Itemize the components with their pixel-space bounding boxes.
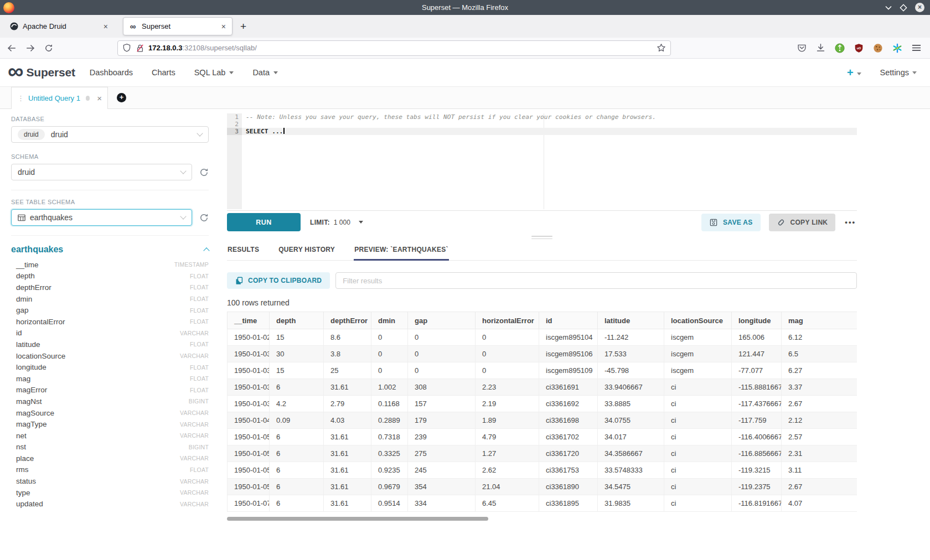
database-value: druid — [51, 130, 68, 139]
table-icon — [18, 214, 25, 221]
query-tab-strip: ⋮ Untitled Query 1 × + — [0, 87, 930, 109]
column-header[interactable]: horizontalError — [476, 312, 539, 329]
code-text: SELECT ... — [242, 128, 285, 135]
sql-toolbar: RUN LIMIT: 1 000 SAVE AS — [227, 210, 857, 234]
column-header[interactable]: depthError — [324, 312, 371, 329]
copy-link-label: COPY LINK — [790, 219, 828, 226]
insecure-lock-icon[interactable] — [136, 44, 144, 53]
table-schema-title[interactable]: earthquakes — [11, 245, 63, 255]
column-name: magNst — [16, 397, 42, 406]
window-maximize-icon[interactable] — [900, 4, 907, 12]
table-cell: ci — [664, 445, 732, 462]
table-cell: 2.79 — [324, 396, 371, 412]
column-type: VARCHAR — [180, 478, 209, 485]
refresh-schema-icon[interactable] — [199, 168, 209, 177]
new-dropdown-button[interactable]: + — [847, 66, 861, 79]
url-bar[interactable]: 172.18.0.3:32108/superset/sqllab/ — [117, 40, 671, 56]
column-header[interactable]: gap — [408, 312, 476, 329]
column-type: FLOAT — [190, 466, 209, 473]
tab-title: Apache Druid — [23, 22, 98, 30]
query-tab[interactable]: ⋮ Untitled Query 1 × — [11, 87, 108, 109]
reload-icon[interactable] — [44, 44, 53, 53]
column-header[interactable]: latitude — [598, 312, 664, 329]
table-cell: 1950-01-03T17:26:38.860Z — [228, 396, 270, 412]
new-tab-button[interactable]: + — [240, 20, 246, 33]
nav-item[interactable]: Data — [252, 68, 278, 77]
database-select[interactable]: druid druid — [11, 126, 209, 143]
ublock-icon[interactable]: uO — [854, 43, 864, 53]
editor-line[interactable]: 2 — [227, 121, 857, 128]
tab-close-icon[interactable]: × — [220, 22, 227, 31]
refresh-table-icon[interactable] — [199, 213, 209, 222]
add-query-tab-button[interactable]: + — [117, 93, 126, 102]
tab-close-icon[interactable]: × — [102, 22, 109, 31]
back-icon[interactable] — [7, 44, 17, 53]
window-close-icon[interactable]: × — [915, 3, 924, 12]
extension-asterisk-icon[interactable] — [892, 43, 902, 53]
query-tab-close-icon[interactable]: × — [97, 94, 102, 103]
superset-favicon: ∞ — [128, 22, 137, 31]
browser-tab-apache-druid[interactable]: Apache Druid × — [4, 17, 114, 35]
south-tab[interactable]: RESULTS — [227, 241, 260, 260]
nav-item[interactable]: SQL Lab — [194, 68, 234, 77]
column-type: VARCHAR — [180, 455, 209, 462]
nav-item[interactable]: Charts — [152, 68, 175, 77]
column-row: gap FLOAT — [11, 304, 209, 316]
cookie-icon[interactable] — [873, 43, 883, 53]
nav-item[interactable]: Dashboards — [90, 68, 133, 77]
column-header[interactable]: dmin — [371, 312, 408, 329]
collapse-chevron-icon[interactable] — [203, 247, 209, 253]
table-cell: iscgem895104 — [539, 329, 598, 346]
column-header[interactable]: longitude — [732, 312, 782, 329]
copy-to-clipboard-button[interactable]: COPY TO CLIPBOARD — [227, 272, 330, 289]
settings-menu[interactable]: Settings — [880, 68, 917, 77]
table-cell: -77.077 — [732, 362, 782, 379]
bookmark-star-icon[interactable] — [657, 43, 666, 53]
south-tab[interactable]: QUERY HISTORY — [278, 241, 335, 260]
resize-grip-icon[interactable] — [531, 236, 552, 241]
downloads-icon[interactable] — [816, 43, 825, 53]
table-select[interactable]: earthquakes — [11, 209, 192, 226]
table-cell: iscgem — [664, 346, 732, 362]
extension-green-icon[interactable] — [835, 43, 845, 53]
drag-handle-icon[interactable]: ⋮ — [17, 94, 24, 102]
superset-logo[interactable]: ∞ Superset — [8, 63, 75, 82]
column-list: __time TIMESTAMP depth FLOAT depthError … — [11, 259, 209, 510]
url-text[interactable]: 172.18.0.3:32108/superset/sqllab/ — [148, 44, 657, 52]
column-header[interactable]: mag — [782, 312, 857, 329]
column-header[interactable]: __time — [228, 312, 270, 329]
more-actions-button[interactable]: ••• — [844, 218, 857, 226]
filter-results-input[interactable] — [335, 272, 857, 289]
column-header[interactable]: locationSource — [664, 312, 732, 329]
limit-dropdown[interactable]: LIMIT: 1 000 — [310, 219, 363, 226]
south-tab[interactable]: PREVIEW: `EARTHQUAKES` — [354, 241, 449, 260]
schema-select[interactable]: druid — [11, 164, 192, 180]
table-cell: 1950-01-03T11:06:28.640Z — [228, 362, 270, 379]
sql-code-editor[interactable]: 1 -- Note: Unless you save your query, t… — [227, 113, 857, 209]
editor-line[interactable]: 1 -- Note: Unless you save your query, t… — [227, 113, 857, 121]
copy-link-button[interactable]: COPY LINK — [769, 214, 836, 231]
shield-icon[interactable] — [122, 43, 131, 53]
copy-to-clipboard-label: COPY TO CLIPBOARD — [248, 277, 322, 284]
database-label: DATABASE — [11, 116, 209, 122]
column-header[interactable]: id — [539, 312, 598, 329]
editor-line[interactable]: 3 SELECT ... — [227, 128, 857, 135]
run-button[interactable]: RUN — [227, 213, 301, 231]
forward-icon[interactable] — [25, 44, 35, 53]
table-row: 1950-01-02T15:14:37.960Z158.6000iscgem89… — [228, 329, 857, 346]
screen: Superset — Mozilla Firefox × Apache Drui… — [0, 0, 930, 560]
pocket-icon[interactable] — [797, 43, 807, 53]
browser-tab-superset[interactable]: ∞ Superset × — [123, 17, 232, 35]
column-type: FLOAT — [190, 284, 209, 291]
column-name: rms — [16, 465, 29, 474]
column-header[interactable]: depth — [270, 312, 324, 329]
scrollbar-thumb[interactable] — [227, 517, 488, 521]
table-cell: 179 — [408, 412, 476, 429]
table-cell: 354 — [408, 479, 476, 495]
table-cell: ci3361691 — [539, 379, 598, 396]
table-cell: ci3361890 — [539, 479, 598, 495]
column-type: FLOAT — [190, 307, 209, 314]
menu-hamburger-icon[interactable] — [912, 44, 921, 52]
save-as-button[interactable]: SAVE AS — [701, 214, 760, 231]
window-minimize-icon[interactable] — [885, 6, 892, 10]
